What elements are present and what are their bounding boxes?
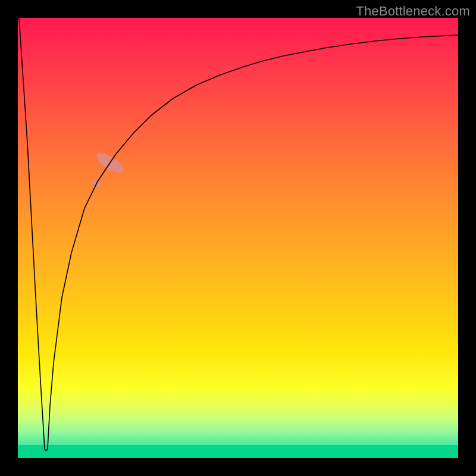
chart-frame: TheBottleneck.com (0, 0, 476, 476)
watermark-text: TheBottleneck.com (356, 4, 470, 19)
curve-layer (18, 18, 458, 458)
plot-area (18, 18, 458, 458)
bottleneck-curve (19, 18, 458, 451)
